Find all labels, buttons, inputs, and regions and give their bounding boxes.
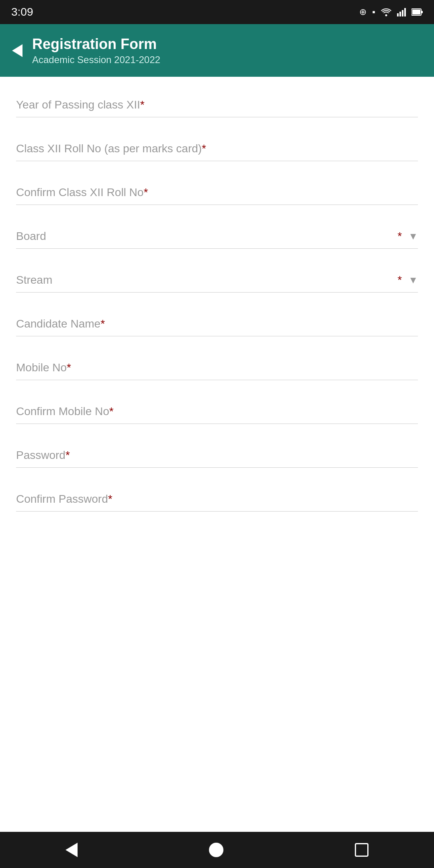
- wifi-icon: [381, 8, 391, 16]
- svg-rect-3: [402, 10, 403, 16]
- field-year-of-passing: Year of Passing class XII *: [16, 93, 418, 117]
- bottom-navigation: [0, 832, 434, 868]
- password-placeholder: Password *: [16, 443, 418, 468]
- app-bar: Registration Form Academic Session 2021-…: [0, 24, 434, 77]
- svg-rect-4: [404, 8, 406, 16]
- form-container: Year of Passing class XII * Class XII Ro…: [0, 77, 434, 832]
- field-mobile-no: Mobile No *: [16, 356, 418, 380]
- nav-back-icon: [66, 843, 78, 857]
- field-candidate-name: Candidate Name *: [16, 312, 418, 336]
- nav-home-icon: [209, 843, 223, 857]
- back-button[interactable]: [12, 44, 23, 57]
- field-board: Board * ▼ Select Board CBSE ICSE State B…: [16, 224, 418, 249]
- nav-recent-icon: [355, 843, 368, 857]
- roll-no-required: *: [202, 142, 206, 155]
- year-of-passing-label: Year of Passing class XII: [16, 98, 140, 111]
- svg-rect-1: [397, 13, 399, 16]
- signal-icon: [397, 8, 406, 16]
- candidate-name-label: Candidate Name: [16, 317, 100, 330]
- nav-recent-button[interactable]: [355, 843, 368, 857]
- battery-icon: [411, 8, 423, 16]
- confirm-roll-no-label: Confirm Class XII Roll No: [16, 186, 143, 199]
- mobile-no-required: *: [67, 361, 71, 374]
- notification-icon: ⊕: [359, 7, 366, 17]
- candidate-name-required: *: [100, 317, 105, 330]
- svg-rect-7: [421, 11, 423, 13]
- field-confirm-password: Confirm Password *: [16, 487, 418, 512]
- roll-no-placeholder: Class XII Roll No (as per marks card) *: [16, 137, 418, 161]
- year-of-passing-required: *: [140, 98, 145, 111]
- field-password: Password *: [16, 443, 418, 468]
- nav-home-button[interactable]: [209, 843, 223, 857]
- nav-back-button[interactable]: [66, 843, 78, 857]
- field-confirm-roll-no: Confirm Class XII Roll No *: [16, 180, 418, 205]
- field-roll-no: Class XII Roll No (as per marks card) *: [16, 137, 418, 161]
- confirm-mobile-no-required: *: [109, 405, 114, 418]
- confirm-password-label: Confirm Password: [16, 493, 108, 506]
- back-arrow-icon: [12, 44, 23, 57]
- app-bar-subtitle: Academic Session 2021-2022: [32, 54, 160, 66]
- password-label: Password: [16, 449, 66, 462]
- sim-icon: ▪: [372, 7, 375, 17]
- status-time: 3:09: [11, 6, 33, 18]
- confirm-mobile-no-label: Confirm Mobile No: [16, 405, 109, 418]
- svg-point-0: [385, 14, 387, 16]
- status-icons: ⊕ ▪: [359, 7, 423, 17]
- candidate-name-placeholder: Candidate Name *: [16, 312, 418, 336]
- confirm-mobile-no-placeholder: Confirm Mobile No *: [16, 399, 418, 424]
- app-bar-title: Registration Form: [32, 35, 160, 53]
- roll-no-label: Class XII Roll No (as per marks card): [16, 142, 202, 155]
- mobile-no-label: Mobile No: [16, 361, 67, 374]
- confirm-password-required: *: [108, 493, 113, 506]
- confirm-roll-no-placeholder: Confirm Class XII Roll No *: [16, 180, 418, 205]
- year-of-passing-placeholder: Year of Passing class XII *: [16, 93, 418, 117]
- confirm-roll-no-required: *: [143, 186, 148, 199]
- confirm-password-placeholder: Confirm Password *: [16, 487, 418, 512]
- svg-rect-6: [412, 10, 420, 14]
- app-bar-text: Registration Form Academic Session 2021-…: [32, 35, 160, 66]
- svg-rect-2: [399, 12, 401, 16]
- field-confirm-mobile-no: Confirm Mobile No *: [16, 399, 418, 424]
- mobile-no-placeholder: Mobile No *: [16, 356, 418, 380]
- field-stream: Stream * ▼ Select Stream Science Commerc…: [16, 268, 418, 293]
- status-bar: 3:09 ⊕ ▪: [0, 0, 434, 24]
- password-required: *: [66, 449, 70, 462]
